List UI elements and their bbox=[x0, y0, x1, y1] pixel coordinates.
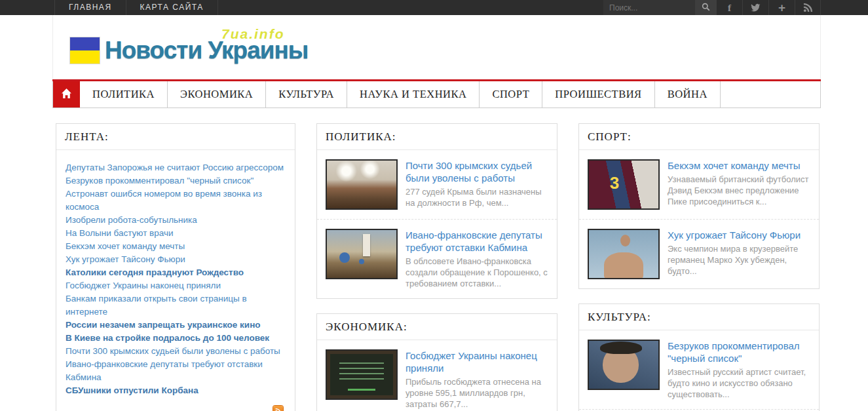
article-excerpt: Узнаваемый британский футболист Дэвид Бе… bbox=[668, 174, 810, 207]
site-header: 7ua.info Новости Украины bbox=[52, 15, 821, 79]
ukraine-flag-icon bbox=[70, 37, 100, 64]
sport-box: СПОРТ: Бекхэм хочет команду мечты Узнава… bbox=[578, 123, 820, 289]
rss-glyph bbox=[803, 3, 813, 12]
politics-box: ПОЛИТИКА: Почти 300 крымских судьей были… bbox=[316, 123, 557, 299]
article-thumbnail[interactable] bbox=[588, 229, 660, 279]
search-box bbox=[603, 0, 716, 15]
google-plus-icon[interactable] bbox=[768, 0, 795, 15]
culture-box-title: КУЛЬТУРА: bbox=[579, 304, 819, 330]
article-thumbnail[interactable] bbox=[588, 159, 660, 210]
home-icon bbox=[61, 88, 72, 102]
nav-home-button[interactable] bbox=[53, 81, 80, 108]
article: Хук угрожает Тайсону Фьюри Экс чемпион м… bbox=[579, 219, 819, 288]
article: Безруков прокомментировал "черный список… bbox=[579, 330, 819, 409]
article: Госбюджет Украины наконец приняли Прибыл… bbox=[317, 340, 557, 411]
top-bar: ГЛАВНАЯ КАРТА САЙТА bbox=[0, 0, 868, 15]
article-title-link[interactable]: Госбюджет Украины наконец приняли bbox=[406, 349, 548, 374]
article-title-link[interactable]: Бекхэм хочет команду мечты bbox=[668, 159, 810, 172]
nav-item-science-tech[interactable]: НАУКА И ТЕХНИКА bbox=[347, 81, 480, 108]
main-content: ЛЕНТА: Депутаты Запорожья не считают Рос… bbox=[52, 123, 821, 411]
topbar-link-sitemap[interactable]: КАРТА САЙТА bbox=[126, 0, 218, 15]
feed-link[interactable]: СБУшники отпустили Корбана bbox=[66, 384, 286, 397]
facebook-glyph bbox=[728, 2, 731, 14]
feed-link[interactable]: На Волыни бастуют врачи bbox=[66, 227, 286, 240]
feed-link[interactable]: Почти 300 крымских судьей были уволены с… bbox=[66, 345, 286, 358]
search-input[interactable] bbox=[603, 0, 695, 15]
economy-box-title: ЭКОНОМИКА: bbox=[317, 314, 557, 340]
article-title-link[interactable]: Ивано-франковские депутаты требуют отста… bbox=[406, 229, 548, 254]
search-icon bbox=[702, 3, 710, 13]
economy-box: ЭКОНОМИКА: Госбюджет Украины наконец при… bbox=[316, 313, 557, 411]
article-thumbnail[interactable] bbox=[588, 340, 660, 390]
feed-link[interactable]: Депутаты Запорожья не считают Россию агр… bbox=[66, 161, 286, 174]
feed-link[interactable]: Хук угрожает Тайсону Фьюри bbox=[66, 253, 286, 266]
main-nav: ПОЛИТИКА ЭКОНОМИКА КУЛЬТУРА НАУКА И ТЕХН… bbox=[52, 81, 821, 108]
article-excerpt: Прибыль госбюджета отнесена на уровне 59… bbox=[406, 376, 548, 410]
feed-rss-icon[interactable] bbox=[273, 406, 283, 411]
nav-item-incidents[interactable]: ПРОИШЕСТВИЯ bbox=[542, 81, 654, 108]
feed-box: ЛЕНТА: Депутаты Запорожья не считают Рос… bbox=[56, 123, 295, 411]
nav-item-politics[interactable]: ПОЛИТИКА bbox=[80, 81, 168, 108]
article-thumbnail[interactable] bbox=[326, 229, 398, 279]
article-thumbnail[interactable] bbox=[326, 349, 398, 400]
article-excerpt: Известный русский артист считает, будто … bbox=[668, 366, 810, 400]
feed-link[interactable]: Католики сегодня празднуют Рождество bbox=[66, 266, 286, 279]
topbar-link-home[interactable]: ГЛАВНАЯ bbox=[55, 0, 126, 15]
feed-link[interactable]: Госбюджет Украины наконец приняли bbox=[66, 279, 286, 292]
twitter-icon[interactable] bbox=[742, 0, 768, 15]
twitter-bird-glyph bbox=[751, 3, 761, 12]
nav-item-economy[interactable]: ЭКОНОМИКА bbox=[168, 81, 266, 108]
feed-link[interactable]: Безруков прокомментировал "черный список… bbox=[66, 174, 286, 187]
feed-link[interactable]: Ивано-франковские депутаты требуют отста… bbox=[66, 358, 286, 384]
article-excerpt: Экс чемпион мира в крузервейте германец … bbox=[668, 243, 810, 277]
feed-link[interactable]: Банкам приказали открыть свои страницы в… bbox=[66, 292, 286, 319]
article-title-link[interactable]: Безруков прокомментировал "черный список… bbox=[668, 340, 810, 364]
article: Бекхэм хочет команду мечты Узнаваемый бр… bbox=[579, 150, 819, 219]
feed-link[interactable]: Астронавт ошибся номером во время звонка… bbox=[66, 187, 286, 214]
feed-link[interactable]: Бекхэм хочет команду мечты bbox=[66, 240, 286, 253]
article-title-link[interactable]: Почти 300 крымских судьей были уволены с… bbox=[406, 159, 548, 184]
feed-box-title: ЛЕНТА: bbox=[56, 124, 295, 150]
sport-box-title: СПОРТ: bbox=[579, 124, 819, 150]
feed-link[interactable]: В Киеве на стройке подралось до 100 чело… bbox=[66, 332, 286, 345]
politics-box-title: ПОЛИТИКА: bbox=[317, 124, 557, 150]
plus-glyph bbox=[778, 1, 785, 15]
nav-item-sport[interactable]: СПОРТ bbox=[480, 81, 542, 108]
culture-box: КУЛЬТУРА: Безруков прокомментировал "чер… bbox=[578, 303, 820, 411]
feed-link[interactable]: России незачем запрещать украинское кино bbox=[66, 319, 286, 332]
facebook-icon[interactable] bbox=[716, 0, 742, 15]
nav-item-culture[interactable]: КУЛЬТУРА bbox=[266, 81, 347, 108]
article-title-link[interactable]: Хук угрожает Тайсону Фьюри bbox=[668, 229, 810, 241]
article-excerpt: 277 судей Крыма были назначены на должно… bbox=[406, 186, 548, 208]
article-excerpt: В облсовете Ивано-франковска создали обр… bbox=[406, 256, 548, 289]
site-domain: 7ua.info bbox=[221, 26, 285, 42]
feed-link[interactable]: Изобрели робота-собутыльника bbox=[66, 214, 286, 227]
rss-icon[interactable] bbox=[795, 0, 821, 15]
page-container: 7ua.info Новости Украины ПОЛИТИКА ЭКОНОМ… bbox=[52, 15, 821, 411]
site-logo[interactable]: 7ua.info Новости Украины bbox=[70, 37, 308, 64]
article: Ивано-франковские депутаты требуют отста… bbox=[317, 219, 557, 298]
article: Почти 300 крымских судьей были уволены с… bbox=[317, 150, 557, 219]
nav-item-war[interactable]: ВОЙНА bbox=[655, 81, 721, 108]
search-button[interactable] bbox=[695, 0, 716, 15]
article-thumbnail[interactable] bbox=[326, 159, 398, 210]
